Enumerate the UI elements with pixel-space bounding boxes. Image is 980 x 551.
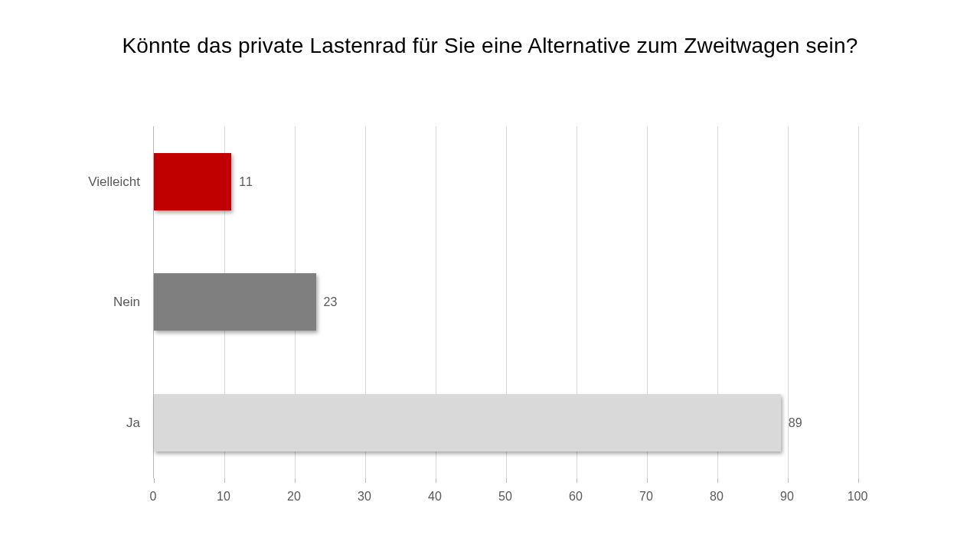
x-tick-label: 60 [569, 490, 583, 504]
bar-row-ja: Ja 89 [154, 394, 802, 452]
x-tick-label: 20 [287, 490, 301, 504]
bar-ja [154, 394, 781, 452]
x-tick-label: 90 [780, 490, 794, 504]
category-label: Nein [113, 273, 140, 331]
tick [717, 478, 718, 483]
category-label: Ja [126, 394, 140, 452]
chart-title: Könnte das private Lastenrad für Sie ein… [0, 34, 980, 58]
tick [647, 478, 648, 483]
x-tick-label: 80 [710, 490, 724, 504]
x-tick-label: 50 [498, 490, 512, 504]
x-axis-labels: 0 10 20 30 40 50 60 70 80 90 100 [153, 490, 858, 505]
x-tick-label: 100 [848, 490, 868, 504]
gridline [858, 126, 859, 478]
category-label: Vielleicht [88, 153, 140, 210]
x-tick-label: 0 [150, 490, 157, 504]
plot-area: Vielleicht 11 Nein 23 Ja 89 [153, 126, 858, 478]
tick [365, 478, 366, 483]
tick [224, 478, 225, 483]
tick [436, 478, 436, 483]
tick [788, 478, 789, 483]
tick [506, 478, 507, 483]
x-tick-label: 10 [217, 490, 230, 504]
value-label: 89 [789, 416, 802, 430]
x-tick-label: 70 [639, 490, 653, 504]
x-tick-label: 40 [428, 490, 442, 504]
value-label: 11 [239, 175, 253, 189]
tick [577, 478, 577, 483]
bar-row-vielleicht: Vielleicht 11 [154, 153, 253, 210]
x-tick-label: 30 [358, 490, 371, 504]
tick [295, 478, 296, 483]
bar-nein [154, 273, 316, 331]
tick [154, 478, 155, 483]
chart-slide: Könnte das private Lastenrad für Sie ein… [0, 0, 980, 551]
bar-row-nein: Nein 23 [154, 273, 337, 331]
tick [858, 478, 859, 483]
value-label: 23 [324, 295, 338, 309]
bar-vielleicht [154, 153, 231, 210]
